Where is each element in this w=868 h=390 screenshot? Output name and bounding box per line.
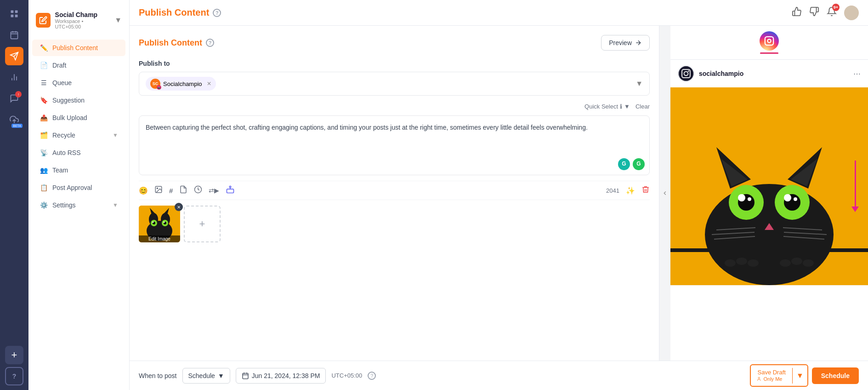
instagram-badge: 📷 (157, 85, 161, 90)
suggestion-icon: 🔖 (40, 97, 48, 104)
account-chip-close[interactable]: ✕ (207, 80, 211, 87)
icon-navigation: ! BETA + ? (0, 0, 28, 390)
user-avatar[interactable] (844, 6, 859, 20)
thumbs-down-icon[interactable] (809, 6, 819, 19)
queue-icon: ☰ (40, 79, 48, 86)
sidebar-label-draft: Draft (52, 62, 66, 69)
instagram-icon (760, 31, 779, 51)
sidebar-label-auto-rss: Auto RSS (52, 149, 80, 156)
grammarly-check-icon[interactable]: G (618, 158, 630, 170)
media-remove-button[interactable]: ✕ (175, 203, 183, 211)
nav-bulk[interactable]: BETA (5, 110, 23, 129)
preview-panel: socialchampio ⋯ (670, 26, 868, 361)
app-switcher[interactable]: Social Champ Workspace • UTC+05:00 ▼ (28, 7, 129, 33)
sidebar-label-recycle: Recycle (52, 132, 75, 139)
nav-add[interactable]: + (5, 346, 23, 364)
schedule-time-button[interactable] (194, 185, 202, 195)
magic-wand-button[interactable]: ✨ (626, 186, 635, 195)
svg-point-19 (230, 186, 231, 188)
sidebar-item-suggestion[interactable]: 🔖 Suggestion (32, 92, 125, 109)
sidebar-label-suggestion: Suggestion (52, 97, 85, 104)
quick-select-button[interactable]: Quick Select ℹ ▼ (584, 103, 630, 110)
publish-area: Publish Content ? Preview Publish to SC … (130, 26, 868, 361)
when-to-post: When to post Schedule ▼ Jun 21, 2024, 12… (139, 368, 376, 384)
svg-point-65 (725, 259, 736, 267)
app-switcher-chevron: ▼ (114, 16, 122, 24)
nav-analytics[interactable] (5, 68, 23, 86)
schedule-select[interactable]: Schedule ▼ (182, 368, 230, 384)
svg-point-16 (157, 188, 158, 189)
quick-select-label: Quick Select (584, 103, 618, 110)
svg-point-51 (748, 197, 751, 201)
nav-help[interactable]: ? (5, 367, 23, 385)
svg-rect-4 (11, 32, 18, 39)
spell-check-icon[interactable]: G (633, 158, 645, 170)
template-button[interactable] (179, 185, 187, 195)
date-picker[interactable]: Jun 21, 2024, 12:38 PM (236, 368, 326, 384)
sidebar-item-post-approval[interactable]: 📋 Post Approval (32, 179, 125, 196)
clear-button[interactable]: Clear (635, 103, 650, 110)
preview-panel-header (670, 26, 868, 60)
sidebar-item-bulk-upload[interactable]: 📤 Bulk Upload (32, 109, 125, 126)
hashtag-button[interactable]: # (169, 187, 173, 195)
sidebar-item-recycle[interactable]: 🗂️ Recycle ▼ (32, 127, 125, 143)
image-button[interactable] (154, 185, 163, 195)
nav-compose[interactable] (5, 47, 23, 65)
preview-content: socialchampio ⋯ (670, 60, 868, 361)
account-selector-arrow: ▼ (635, 80, 643, 88)
form-help-icon[interactable]: ? (206, 39, 214, 47)
post-text[interactable]: Between capturing the perfect shot, craf… (146, 122, 643, 132)
page-title: Publish Content ? (139, 7, 786, 18)
preview-avatar (678, 65, 694, 82)
account-selector[interactable]: SC 📷 Socialchampio ✕ ▼ (139, 72, 650, 96)
svg-point-40 (688, 70, 689, 72)
notification-bell[interactable]: 9+ (827, 6, 837, 19)
sidebar-item-team[interactable]: 👥 Team (32, 162, 125, 178)
save-draft-main-button[interactable]: Save Draft Only Me (751, 365, 792, 386)
preview-more-options[interactable]: ⋯ (853, 69, 861, 78)
help-circle-icon[interactable]: ? (213, 9, 221, 17)
form-panel-header: Publish Content ? Preview (139, 35, 650, 51)
instagram-preview-tab[interactable] (760, 31, 779, 54)
text-editor[interactable]: Between capturing the perfect shot, craf… (139, 115, 650, 175)
save-draft-dropdown-arrow[interactable]: ▼ (792, 368, 807, 384)
svg-point-34 (164, 222, 165, 223)
emoji-button[interactable]: 😊 (139, 186, 148, 195)
svg-rect-1 (15, 11, 18, 13)
sidebar-item-draft[interactable]: 📄 Draft (32, 57, 125, 74)
sidebar-item-publish-content[interactable]: ✏️ Publish Content (32, 40, 125, 56)
nav-calendar[interactable] (5, 26, 23, 44)
preview-button[interactable]: Preview (601, 35, 650, 51)
svg-rect-35 (765, 37, 773, 45)
schedule-help-icon[interactable]: ? (368, 372, 376, 380)
calendar-icon (242, 372, 249, 379)
arrows-button[interactable]: ⇄▶ (209, 187, 219, 194)
grammar-icons-row: G G (618, 158, 645, 170)
trash-button[interactable] (641, 185, 650, 195)
sidebar-label-bulk-upload: Bulk Upload (52, 114, 87, 121)
preview-post: socialchampio ⋯ (670, 60, 868, 286)
collapse-toggle-button[interactable] (659, 26, 670, 361)
media-edit-label[interactable]: Edit Image (139, 235, 180, 242)
thumbs-up-icon[interactable] (792, 6, 802, 19)
publish-content-icon: ✏️ (40, 44, 48, 52)
save-draft-button-group: Save Draft Only Me ▼ (750, 364, 808, 387)
add-media-icon: + (199, 218, 205, 230)
nav-social[interactable]: ! (5, 89, 23, 108)
media-thumbnail[interactable]: ✕ Edit Image (139, 206, 180, 242)
bottom-actions: Save Draft Only Me ▼ Schedule (750, 364, 859, 387)
notification-badge: 9+ (832, 4, 840, 11)
nav-dashboard[interactable] (5, 5, 23, 23)
account-avatar: SC 📷 (150, 79, 160, 89)
svg-point-70 (803, 259, 814, 267)
schedule-button[interactable]: Schedule (812, 367, 859, 384)
svg-point-54 (784, 194, 791, 201)
sidebar-item-settings[interactable]: ⚙️ Settings ▼ (32, 197, 125, 213)
svg-point-75 (759, 378, 760, 379)
sidebar-item-auto-rss[interactable]: 📡 Auto RSS (32, 144, 125, 161)
ai-bot-button[interactable] (226, 185, 235, 196)
publish-to-label: Publish to (139, 60, 650, 67)
add-media-button[interactable]: + (184, 206, 221, 242)
auto-rss-icon: 📡 (40, 149, 48, 156)
sidebar-item-queue[interactable]: ☰ Queue (32, 75, 125, 91)
